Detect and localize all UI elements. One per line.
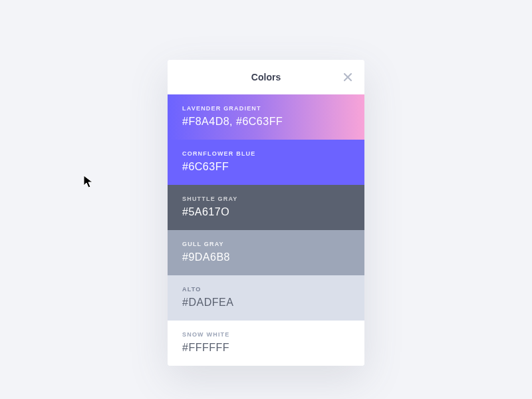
close-button[interactable]: [342, 71, 354, 83]
swatch-value: #FFFFFF: [182, 342, 350, 354]
panel-header: Colors: [168, 60, 364, 94]
swatch-name: ALTO: [182, 286, 350, 293]
close-icon: [343, 72, 352, 82]
swatch-list: LAVENDER GRADIENT #F8A4D8, #6C63FF CORNF…: [168, 94, 364, 366]
swatch-name: SNOW WHITE: [182, 331, 350, 338]
swatch-lavender-gradient[interactable]: LAVENDER GRADIENT #F8A4D8, #6C63FF: [168, 94, 364, 140]
colors-panel: Colors LAVENDER GRADIENT #F8A4D8, #6C63F…: [168, 60, 364, 366]
swatch-value: #9DA6B8: [182, 251, 350, 263]
swatch-shuttle-gray[interactable]: SHUTTLE GRAY #5A617O: [168, 185, 364, 230]
swatch-name: GULL GRAY: [182, 241, 350, 247]
swatch-value: #DADFEA: [182, 297, 350, 309]
cursor-icon: [83, 175, 94, 190]
swatch-value: #F8A4D8, #6C63FF: [182, 116, 350, 128]
swatch-gull-gray[interactable]: GULL GRAY #9DA6B8: [168, 230, 364, 275]
swatch-value: #5A617O: [182, 206, 350, 218]
swatch-snow-white[interactable]: SNOW WHITE #FFFFFF: [168, 321, 364, 366]
swatch-name: CORNFLOWER BLUE: [182, 150, 350, 157]
swatch-alto[interactable]: ALTO #DADFEA: [168, 275, 364, 321]
swatch-cornflower-blue[interactable]: CORNFLOWER BLUE #6C63FF: [168, 140, 364, 185]
panel-title: Colors: [251, 72, 281, 82]
swatch-value: #6C63FF: [182, 161, 350, 173]
swatch-name: SHUTTLE GRAY: [182, 196, 350, 202]
swatch-name: LAVENDER GRADIENT: [182, 105, 350, 112]
